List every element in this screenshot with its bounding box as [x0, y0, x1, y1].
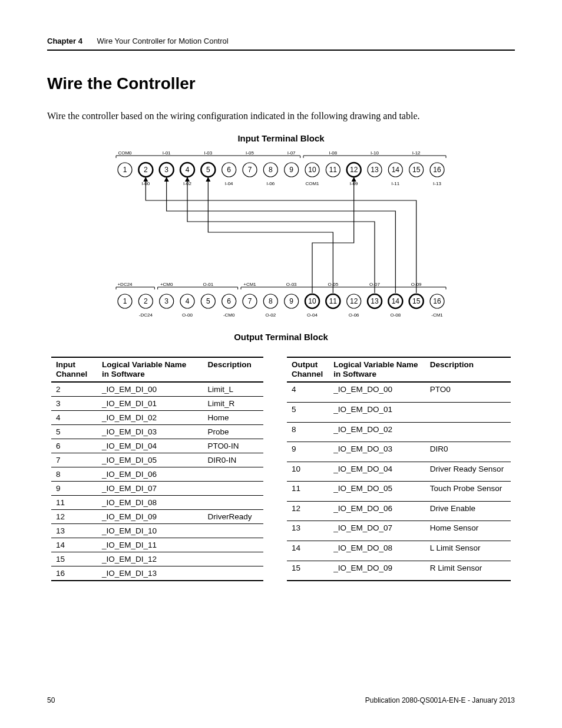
table-cell: 13 — [51, 524, 97, 538]
svg-text:O-06: O-06 — [349, 312, 359, 318]
table-cell — [203, 467, 263, 482]
table-header: InputChannel — [51, 357, 97, 382]
table-cell: _IO_EM_DI_11 — [97, 538, 203, 552]
table-cell: 14 — [51, 538, 97, 552]
table-cell — [203, 566, 263, 581]
table-cell: _IO_EM_DO_09 — [329, 561, 425, 581]
table-cell: Limit_L — [203, 382, 263, 397]
intro-paragraph: Wire the controller based on the wiring … — [47, 111, 515, 121]
publication-info: Publication 2080-QS001A-EN-E - January 2… — [365, 696, 515, 704]
table-row: 8_IO_EM_DO_02 — [287, 422, 511, 442]
table-cell: 9 — [287, 442, 329, 462]
table-cell: 4 — [287, 382, 329, 402]
table-row: 9_IO_EM_DI_07 — [51, 482, 263, 496]
table-cell: _IO_EM_DO_02 — [329, 422, 425, 442]
svg-text:+DC24: +DC24 — [117, 282, 133, 287]
svg-text:10: 10 — [308, 297, 316, 305]
table-row: 4_IO_EM_DI_02Home — [51, 411, 263, 425]
table-cell: _IO_EM_DO_08 — [329, 541, 425, 561]
table-cell: _IO_EM_DI_09 — [97, 510, 203, 524]
table-row: 12_IO_EM_DO_06Drive Enable — [287, 501, 511, 521]
table-cell: _IO_EM_DI_13 — [97, 566, 203, 581]
svg-text:COM0: COM0 — [118, 150, 132, 156]
table-cell: 11 — [287, 482, 329, 502]
table-cell: _IO_EM_DI_07 — [97, 482, 203, 496]
table-cell: PTO0 — [425, 382, 511, 402]
table-cell — [203, 496, 263, 510]
svg-text:16: 16 — [433, 297, 441, 305]
table-row: 3_IO_EM_DI_01Limit_R — [51, 397, 263, 411]
svg-text:2: 2 — [144, 297, 148, 305]
page-number: 50 — [47, 696, 55, 704]
output-table: OutputChannelLogical Variable Namein Sof… — [287, 357, 511, 581]
svg-text:4: 4 — [186, 166, 190, 174]
svg-text:O-03: O-03 — [286, 282, 297, 287]
table-cell: 13 — [287, 521, 329, 541]
svg-text:I-03: I-03 — [204, 150, 212, 156]
svg-text:12: 12 — [350, 166, 358, 174]
table-cell: 15 — [51, 552, 97, 566]
table-cell: Probe — [203, 425, 263, 439]
svg-text:10: 10 — [308, 166, 316, 174]
svg-text:16: 16 — [433, 166, 441, 174]
svg-text:-CM0: -CM0 — [223, 312, 235, 318]
svg-text:I-01: I-01 — [163, 150, 171, 156]
table-cell: _IO_EM_DO_06 — [329, 501, 425, 521]
output-block-title: Output Terminal Block — [47, 332, 515, 342]
table-cell: 2 — [51, 382, 97, 397]
table-cell: 16 — [51, 566, 97, 581]
table-cell: Driver Ready Sensor — [425, 462, 511, 482]
table-cell: DriverReady — [203, 510, 263, 524]
table-cell: L Limit Sensor — [425, 541, 511, 561]
table-cell: 10 — [287, 462, 329, 482]
svg-text:15: 15 — [412, 166, 421, 174]
svg-text:O-01: O-01 — [203, 282, 213, 287]
svg-text:3: 3 — [164, 166, 168, 174]
table-cell: 9 — [51, 482, 97, 496]
page-header: Chapter 4 Wire Your Controller for Motio… — [47, 35, 515, 51]
svg-text:13: 13 — [371, 297, 379, 305]
svg-marker-97 — [164, 177, 169, 182]
table-row: 6_IO_EM_DI_04PTO0-IN — [51, 439, 263, 453]
table-row: 12_IO_EM_DI_09DriverReady — [51, 510, 263, 524]
svg-marker-98 — [185, 177, 190, 182]
table-cell: 5 — [51, 425, 97, 439]
table-cell: _IO_EM_DO_01 — [329, 403, 425, 423]
table-cell: Home — [203, 411, 263, 425]
svg-text:COM1: COM1 — [305, 181, 319, 186]
table-row: 14_IO_EM_DO_08L Limit Sensor — [287, 541, 511, 561]
svg-text:5: 5 — [206, 297, 210, 305]
table-row: 10_IO_EM_DO_04Driver Ready Sensor — [287, 462, 511, 482]
table-row: 13_IO_EM_DO_07Home Sensor — [287, 521, 511, 541]
svg-text:1: 1 — [123, 297, 127, 305]
table-cell: 12 — [51, 510, 97, 524]
svg-text:I-11: I-11 — [391, 181, 399, 186]
table-cell: 5 — [287, 403, 329, 423]
table-cell: 8 — [287, 422, 329, 442]
wiring-diagram: 1COM02I-003I-014I-025I-036I-047I-058I-06… — [113, 149, 449, 326]
svg-text:-DC24: -DC24 — [139, 312, 153, 318]
table-cell: _IO_EM_DI_00 — [97, 382, 203, 397]
svg-text:I-12: I-12 — [412, 150, 421, 156]
table-row: 8_IO_EM_DI_06 — [51, 467, 263, 482]
table-cell — [203, 482, 263, 496]
table-cell: Limit_R — [203, 397, 263, 411]
table-cell: 7 — [51, 453, 97, 467]
svg-marker-96 — [143, 177, 148, 182]
table-cell — [203, 524, 263, 538]
table-row: 2_IO_EM_DI_00Limit_L — [51, 382, 263, 397]
table-row: 13_IO_EM_DI_10 — [51, 524, 263, 538]
svg-text:I-06: I-06 — [266, 181, 275, 186]
chapter-label: Chapter 4 — [47, 37, 82, 45]
svg-text:I-05: I-05 — [246, 150, 254, 156]
svg-text:+CM0: +CM0 — [160, 282, 173, 287]
table-row: 15_IO_EM_DO_09R Limit Sensor — [287, 561, 511, 581]
svg-text:4: 4 — [186, 297, 190, 305]
svg-text:2: 2 — [144, 166, 148, 174]
table-cell: 8 — [51, 467, 97, 482]
svg-text:8: 8 — [269, 297, 273, 305]
table-cell: Drive Enable — [425, 501, 511, 521]
table-cell: 4 — [51, 411, 97, 425]
svg-text:8: 8 — [269, 166, 273, 174]
table-cell: 3 — [51, 397, 97, 411]
